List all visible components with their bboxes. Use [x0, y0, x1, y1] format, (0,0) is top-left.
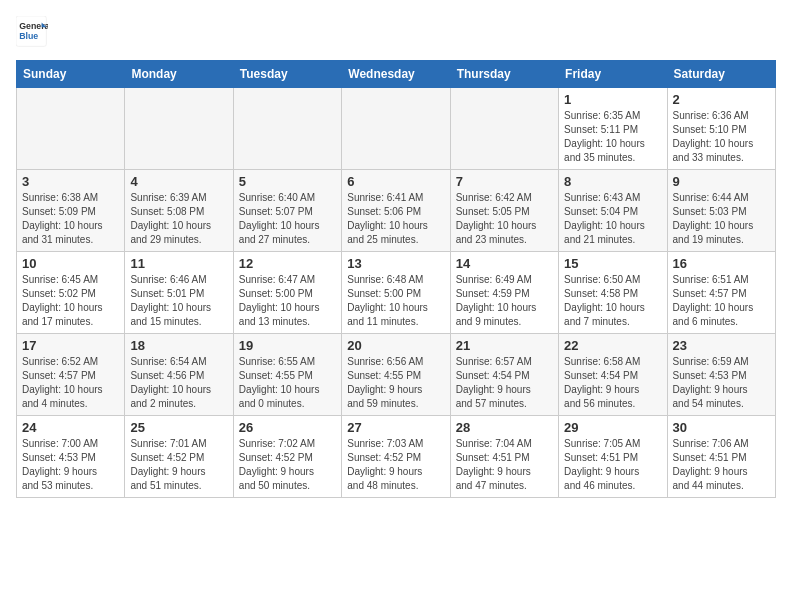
calendar-cell: 14Sunrise: 6:49 AMSunset: 4:59 PMDayligh… [450, 252, 558, 334]
calendar-cell: 16Sunrise: 6:51 AMSunset: 4:57 PMDayligh… [667, 252, 775, 334]
day-info: Sunrise: 7:02 AMSunset: 4:52 PMDaylight:… [239, 437, 336, 493]
day-number: 23 [673, 338, 770, 353]
calendar-week-1: 1Sunrise: 6:35 AMSunset: 5:11 PMDaylight… [17, 88, 776, 170]
day-info: Sunrise: 6:43 AMSunset: 5:04 PMDaylight:… [564, 191, 661, 247]
day-number: 7 [456, 174, 553, 189]
day-number: 28 [456, 420, 553, 435]
calendar-cell: 8Sunrise: 6:43 AMSunset: 5:04 PMDaylight… [559, 170, 667, 252]
day-info: Sunrise: 7:03 AMSunset: 4:52 PMDaylight:… [347, 437, 444, 493]
day-info: Sunrise: 6:59 AMSunset: 4:53 PMDaylight:… [673, 355, 770, 411]
day-info: Sunrise: 6:55 AMSunset: 4:55 PMDaylight:… [239, 355, 336, 411]
day-number: 8 [564, 174, 661, 189]
day-number: 10 [22, 256, 119, 271]
day-info: Sunrise: 6:48 AMSunset: 5:00 PMDaylight:… [347, 273, 444, 329]
calendar-cell: 9Sunrise: 6:44 AMSunset: 5:03 PMDaylight… [667, 170, 775, 252]
day-info: Sunrise: 6:49 AMSunset: 4:59 PMDaylight:… [456, 273, 553, 329]
logo: General Blue [16, 16, 52, 48]
day-number: 12 [239, 256, 336, 271]
calendar-cell: 20Sunrise: 6:56 AMSunset: 4:55 PMDayligh… [342, 334, 450, 416]
calendar-cell: 4Sunrise: 6:39 AMSunset: 5:08 PMDaylight… [125, 170, 233, 252]
calendar-cell: 28Sunrise: 7:04 AMSunset: 4:51 PMDayligh… [450, 416, 558, 498]
weekday-header-saturday: Saturday [667, 61, 775, 88]
day-number: 19 [239, 338, 336, 353]
weekday-header-friday: Friday [559, 61, 667, 88]
calendar-cell [125, 88, 233, 170]
day-number: 14 [456, 256, 553, 271]
day-info: Sunrise: 6:56 AMSunset: 4:55 PMDaylight:… [347, 355, 444, 411]
day-number: 13 [347, 256, 444, 271]
day-info: Sunrise: 6:52 AMSunset: 4:57 PMDaylight:… [22, 355, 119, 411]
day-info: Sunrise: 6:54 AMSunset: 4:56 PMDaylight:… [130, 355, 227, 411]
page-header: General Blue [16, 16, 776, 48]
calendar-cell: 11Sunrise: 6:46 AMSunset: 5:01 PMDayligh… [125, 252, 233, 334]
calendar-cell: 22Sunrise: 6:58 AMSunset: 4:54 PMDayligh… [559, 334, 667, 416]
day-number: 5 [239, 174, 336, 189]
svg-text:Blue: Blue [19, 31, 38, 41]
calendar-week-2: 3Sunrise: 6:38 AMSunset: 5:09 PMDaylight… [17, 170, 776, 252]
calendar-cell: 29Sunrise: 7:05 AMSunset: 4:51 PMDayligh… [559, 416, 667, 498]
calendar-cell: 3Sunrise: 6:38 AMSunset: 5:09 PMDaylight… [17, 170, 125, 252]
day-number: 29 [564, 420, 661, 435]
day-number: 3 [22, 174, 119, 189]
logo-icon: General Blue [16, 16, 48, 48]
day-number: 15 [564, 256, 661, 271]
weekday-header-tuesday: Tuesday [233, 61, 341, 88]
calendar-cell: 5Sunrise: 6:40 AMSunset: 5:07 PMDaylight… [233, 170, 341, 252]
day-info: Sunrise: 6:58 AMSunset: 4:54 PMDaylight:… [564, 355, 661, 411]
calendar-cell: 7Sunrise: 6:42 AMSunset: 5:05 PMDaylight… [450, 170, 558, 252]
calendar-week-3: 10Sunrise: 6:45 AMSunset: 5:02 PMDayligh… [17, 252, 776, 334]
calendar-week-5: 24Sunrise: 7:00 AMSunset: 4:53 PMDayligh… [17, 416, 776, 498]
weekday-header-row: SundayMondayTuesdayWednesdayThursdayFrid… [17, 61, 776, 88]
day-info: Sunrise: 7:01 AMSunset: 4:52 PMDaylight:… [130, 437, 227, 493]
calendar-cell [17, 88, 125, 170]
day-number: 30 [673, 420, 770, 435]
day-info: Sunrise: 6:51 AMSunset: 4:57 PMDaylight:… [673, 273, 770, 329]
day-number: 11 [130, 256, 227, 271]
calendar-cell: 12Sunrise: 6:47 AMSunset: 5:00 PMDayligh… [233, 252, 341, 334]
calendar-cell: 2Sunrise: 6:36 AMSunset: 5:10 PMDaylight… [667, 88, 775, 170]
day-info: Sunrise: 6:47 AMSunset: 5:00 PMDaylight:… [239, 273, 336, 329]
calendar-cell: 18Sunrise: 6:54 AMSunset: 4:56 PMDayligh… [125, 334, 233, 416]
weekday-header-monday: Monday [125, 61, 233, 88]
day-info: Sunrise: 6:35 AMSunset: 5:11 PMDaylight:… [564, 109, 661, 165]
day-number: 2 [673, 92, 770, 107]
calendar-cell: 25Sunrise: 7:01 AMSunset: 4:52 PMDayligh… [125, 416, 233, 498]
calendar-table: SundayMondayTuesdayWednesdayThursdayFrid… [16, 60, 776, 498]
day-info: Sunrise: 6:50 AMSunset: 4:58 PMDaylight:… [564, 273, 661, 329]
day-info: Sunrise: 7:06 AMSunset: 4:51 PMDaylight:… [673, 437, 770, 493]
calendar-cell: 10Sunrise: 6:45 AMSunset: 5:02 PMDayligh… [17, 252, 125, 334]
day-info: Sunrise: 6:42 AMSunset: 5:05 PMDaylight:… [456, 191, 553, 247]
calendar-cell: 26Sunrise: 7:02 AMSunset: 4:52 PMDayligh… [233, 416, 341, 498]
day-info: Sunrise: 6:39 AMSunset: 5:08 PMDaylight:… [130, 191, 227, 247]
day-info: Sunrise: 7:05 AMSunset: 4:51 PMDaylight:… [564, 437, 661, 493]
day-number: 16 [673, 256, 770, 271]
day-number: 20 [347, 338, 444, 353]
calendar-cell: 30Sunrise: 7:06 AMSunset: 4:51 PMDayligh… [667, 416, 775, 498]
calendar-cell [233, 88, 341, 170]
calendar-cell [450, 88, 558, 170]
day-number: 4 [130, 174, 227, 189]
calendar-cell: 19Sunrise: 6:55 AMSunset: 4:55 PMDayligh… [233, 334, 341, 416]
day-number: 21 [456, 338, 553, 353]
day-number: 26 [239, 420, 336, 435]
calendar-cell: 17Sunrise: 6:52 AMSunset: 4:57 PMDayligh… [17, 334, 125, 416]
day-number: 1 [564, 92, 661, 107]
calendar-cell: 13Sunrise: 6:48 AMSunset: 5:00 PMDayligh… [342, 252, 450, 334]
calendar-cell: 23Sunrise: 6:59 AMSunset: 4:53 PMDayligh… [667, 334, 775, 416]
calendar-cell: 21Sunrise: 6:57 AMSunset: 4:54 PMDayligh… [450, 334, 558, 416]
day-info: Sunrise: 6:36 AMSunset: 5:10 PMDaylight:… [673, 109, 770, 165]
calendar-week-4: 17Sunrise: 6:52 AMSunset: 4:57 PMDayligh… [17, 334, 776, 416]
day-number: 25 [130, 420, 227, 435]
calendar-cell: 15Sunrise: 6:50 AMSunset: 4:58 PMDayligh… [559, 252, 667, 334]
day-number: 6 [347, 174, 444, 189]
day-info: Sunrise: 7:00 AMSunset: 4:53 PMDaylight:… [22, 437, 119, 493]
day-number: 22 [564, 338, 661, 353]
calendar-cell: 6Sunrise: 6:41 AMSunset: 5:06 PMDaylight… [342, 170, 450, 252]
day-number: 27 [347, 420, 444, 435]
day-info: Sunrise: 6:46 AMSunset: 5:01 PMDaylight:… [130, 273, 227, 329]
calendar-cell: 1Sunrise: 6:35 AMSunset: 5:11 PMDaylight… [559, 88, 667, 170]
calendar-cell: 24Sunrise: 7:00 AMSunset: 4:53 PMDayligh… [17, 416, 125, 498]
day-info: Sunrise: 6:40 AMSunset: 5:07 PMDaylight:… [239, 191, 336, 247]
weekday-header-sunday: Sunday [17, 61, 125, 88]
day-number: 18 [130, 338, 227, 353]
